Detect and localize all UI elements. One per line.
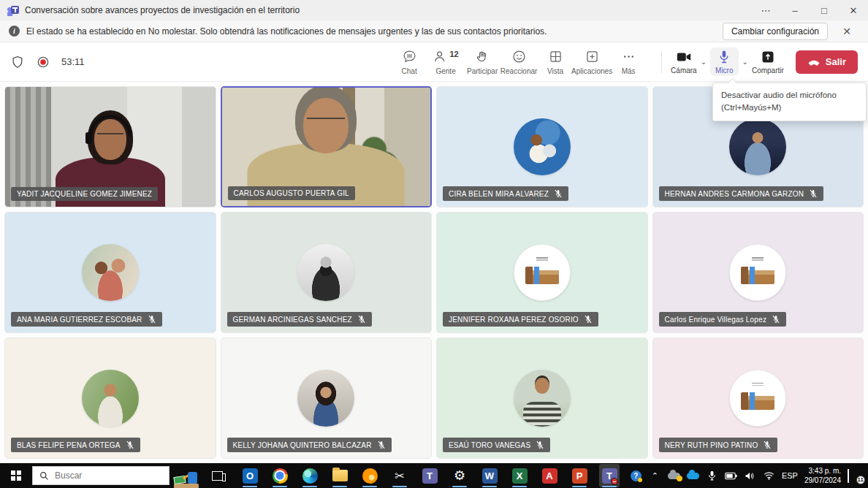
taskbar-app-snipping-tool-icon[interactable]: ✂: [389, 464, 410, 487]
participant-name: CARLOS AUGUSTO PUERTA GIL: [234, 189, 349, 197]
taskbar-app-teams-icon[interactable]: T: [419, 464, 440, 487]
muted-mic-icon: [377, 441, 386, 449]
tray-time: 3:43 p. m.: [804, 466, 841, 476]
toolbar-item-gente[interactable]: 12Gente: [427, 49, 464, 75]
participant-name: GERMAN ARCINIEGAS SANCHEZ: [233, 316, 352, 324]
wifi-icon[interactable]: [763, 470, 775, 482]
participant-avatar: [297, 370, 354, 427]
volume-icon[interactable]: [744, 470, 756, 482]
participant-avatar: [729, 244, 786, 301]
toolbar-item-participar[interactable]: Participar: [464, 49, 500, 75]
toolbar-items: Chat12GenteParticiparReaccionarVistaApli…: [391, 49, 647, 75]
windows-taskbar: O✂T⚙WXAPT ? ⌃ ESP 3:43 p. m. 29/07/2024 …: [0, 463, 868, 488]
language-indicator[interactable]: ESP: [782, 471, 798, 480]
participant-avatar: [82, 370, 139, 427]
dnd-status-badge: [611, 478, 618, 485]
participant-tile[interactable]: ESAÚ TORO VANEGAS: [436, 338, 648, 459]
window-maximize-button[interactable]: □: [810, 0, 839, 20]
muted-mic-icon: [772, 315, 780, 324]
taskbar-app-settings-icon[interactable]: ⚙: [449, 464, 470, 487]
participant-name-badge: BLAS FELIPE PENA ORTEGA: [11, 438, 140, 452]
microphone-chevron-icon[interactable]: ⌄: [740, 58, 750, 66]
toolbar-item-vista[interactable]: Vista: [537, 49, 574, 75]
open-app-indicator: [482, 486, 497, 488]
participant-name-badge: HERNAN ANDRES CARMONA GARZON: [659, 186, 824, 201]
help-icon[interactable]: ?: [630, 470, 642, 482]
tray-microphone-icon[interactable]: [706, 470, 718, 482]
toolbar-item-label: Participar: [467, 67, 498, 75]
toolbar-item-label: Gente: [435, 67, 455, 75]
participant-grid: YADIT JACQUELINE GOMEZ JIMENEZCARLOS AUG…: [0, 82, 868, 463]
notification-center-icon[interactable]: 11: [848, 470, 862, 482]
leave-button[interactable]: Salir: [796, 50, 858, 74]
participant-avatar: [514, 370, 571, 427]
taskbar-apps: O✂T⚙WXAPT: [240, 464, 620, 487]
taskbar-app-outlook-icon[interactable]: O: [240, 464, 260, 487]
participant-tile[interactable]: GERMAN ARCINIEGAS SANCHEZ: [221, 212, 433, 333]
participant-tile[interactable]: CIRA BELEN MIRA ALVAREZ: [436, 86, 648, 207]
taskbar-search[interactable]: [32, 466, 170, 485]
windows-logo-icon: [11, 470, 21, 481]
task-view-button[interactable]: [203, 463, 231, 488]
participant-name: ANA MARIA GUTIERREZ ESCOBAR: [17, 316, 142, 324]
taskbar-app-excel-icon[interactable]: X: [509, 464, 530, 487]
participant-tile[interactable]: ANA MARIA GUTIERREZ ESCOBAR: [4, 212, 216, 333]
taskbar-app-word-icon[interactable]: W: [479, 464, 500, 487]
grid-icon: [548, 49, 563, 64]
participant-tile[interactable]: YADIT JACQUELINE GOMEZ JIMENEZ: [4, 86, 216, 207]
window-more-button[interactable]: ⋯: [751, 0, 780, 20]
share-button[interactable]: Compartir: [752, 50, 784, 75]
participant-name: KELLY JOHANA QUINTERO BALCAZAR: [233, 441, 372, 449]
participant-avatar: [729, 118, 786, 175]
taskbar-app-teams-meeting-icon[interactable]: T: [599, 464, 620, 487]
window-titlebar: Conversación sobre avances proyectos de …: [0, 0, 868, 20]
taskbar-app-firefox-icon[interactable]: [359, 464, 380, 487]
onedrive-icon[interactable]: [687, 470, 699, 482]
meeting-toolbar: 53:11 Chat12GenteParticiparReaccionarVis…: [0, 42, 868, 82]
taskbar-clock[interactable]: 3:43 p. m. 29/07/2024: [804, 466, 841, 486]
onedrive-sync-icon[interactable]: [668, 470, 680, 482]
battery-icon[interactable]: [725, 470, 737, 482]
taskbar-app-powerpoint-icon[interactable]: P: [569, 464, 590, 487]
plus-square-icon: [585, 49, 600, 64]
window-minimize-button[interactable]: –: [780, 0, 810, 20]
taskbar-app-file-explorer-icon[interactable]: [330, 464, 350, 487]
window-close-button[interactable]: ✕: [839, 0, 868, 20]
muted-mic-icon: [536, 441, 544, 449]
participant-tile[interactable]: CARLOS AUGUSTO PUERTA GIL: [221, 86, 433, 207]
participant-name: CIRA BELEN MIRA ALVAREZ: [449, 190, 549, 198]
open-app-indicator: [302, 486, 317, 488]
meeting-timer: 53:11: [61, 56, 85, 67]
open-app-indicator: [243, 486, 257, 488]
change-settings-button[interactable]: Cambiar configuración: [723, 23, 828, 40]
participant-name: NERY RUTH PINO PATINO: [665, 441, 758, 449]
muted-mic-icon: [148, 315, 156, 324]
open-app-indicator: [392, 486, 407, 488]
toolbar-item-reaccionar[interactable]: Reaccionar: [500, 49, 537, 75]
participant-tile[interactable]: Carlos Enrique Villegas Lopez: [652, 212, 864, 333]
notification-close-icon[interactable]: ✕: [834, 26, 859, 37]
participant-tile[interactable]: KELLY JOHANA QUINTERO BALCAZAR: [221, 338, 433, 459]
open-app-indicator: [572, 486, 587, 488]
share-icon: [761, 50, 775, 64]
search-input[interactable]: [55, 470, 142, 481]
toolbar-item-aplicaciones[interactable]: Aplicaciones: [574, 49, 610, 75]
muted-mic-icon: [809, 189, 818, 198]
camera-button[interactable]: Cámara: [671, 50, 697, 75]
hidden-icons-chevron[interactable]: ⌃: [649, 470, 661, 482]
camera-chevron-icon[interactable]: ⌄: [698, 58, 709, 66]
participant-tile[interactable]: NERY RUTH PINO PATINO: [652, 338, 864, 459]
toolbar-item-mas[interactable]: Más: [610, 49, 647, 75]
participant-tile[interactable]: BLAS FELIPE PENA ORTEGA: [4, 338, 216, 459]
microphone-button[interactable]: Micro: [710, 47, 738, 76]
widgets-icon[interactable]: [170, 463, 203, 488]
toolbar-item-chat[interactable]: Chat: [391, 49, 427, 75]
participant-tile[interactable]: JENNIFER ROXANA PEREZ OSORIO: [436, 212, 648, 333]
participant-name-badge: ESAÚ TORO VANEGAS: [443, 438, 550, 452]
share-label: Compartir: [752, 66, 784, 75]
taskbar-app-edge-icon[interactable]: [300, 464, 320, 487]
start-button[interactable]: [0, 463, 32, 488]
participant-name-badge: YADIT JACQUELINE GOMEZ JIMENEZ: [11, 187, 158, 201]
taskbar-app-chrome-icon[interactable]: [270, 464, 290, 487]
taskbar-app-acrobat-icon[interactable]: A: [539, 464, 560, 487]
